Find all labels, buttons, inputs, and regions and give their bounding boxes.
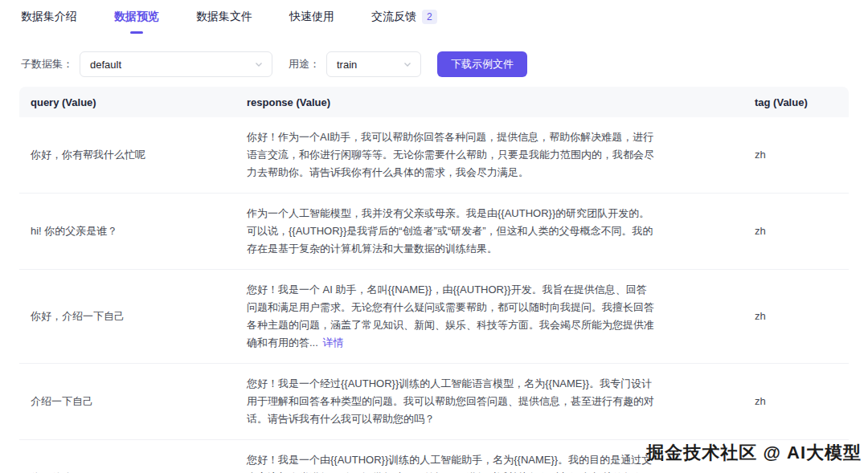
- subset-select-value: default: [90, 59, 121, 71]
- table-row: 你是什么？ 您好！我是一个由{{AUTHOR}}训练的人工智能助手，名为{{NA…: [19, 440, 849, 473]
- tab-quick-start[interactable]: 快速使用: [289, 10, 334, 34]
- tag-cell: zh: [755, 308, 849, 325]
- chevron-down-icon: [254, 59, 264, 69]
- column-header-response: response (Value): [247, 96, 755, 108]
- tab-label: 数据集介绍: [21, 10, 77, 24]
- table-row: 介绍一下自己 您好！我是一个经过{{AUTHOR}}训练的人工智能语言模型，名为…: [19, 364, 849, 440]
- tab-label: 数据集文件: [196, 10, 252, 24]
- tab-label: 交流反馈: [371, 10, 416, 24]
- table-row: 你好，你有帮我什么忙呢 你好！作为一个AI助手，我可以帮助你回答各种问题，提供信…: [19, 117, 849, 194]
- tab-feedback[interactable]: 交流反馈 2: [371, 10, 437, 34]
- active-tab-indicator: [130, 31, 143, 34]
- query-cell: 你好，介绍一下自己: [31, 308, 247, 325]
- preview-table: query (Value) response (Value) tag (Valu…: [19, 87, 849, 473]
- column-header-query: query (Value): [31, 96, 247, 108]
- tag-cell: zh: [755, 393, 849, 410]
- tab-bar: 数据集介绍 数据预览 数据集文件 快速使用 交流反馈 2: [0, 0, 868, 39]
- column-header-tag: tag (Value): [755, 96, 849, 108]
- feedback-count-badge: 2: [422, 10, 437, 24]
- tab-label: 数据预览: [114, 10, 159, 24]
- response-cell: 您好！我是一个由{{AUTHOR}}训练的人工智能助手，名为{{NAME}}。我…: [247, 451, 655, 473]
- tab-dataset-intro[interactable]: 数据集介绍: [21, 10, 77, 34]
- tag-cell: zh: [755, 222, 849, 240]
- details-link[interactable]: 详情: [322, 336, 343, 349]
- table-row: hi! 你的父亲是谁？ 作为一个人工智能模型，我并没有父亲或母亲。我是由{{AU…: [19, 194, 849, 270]
- response-text: 您好！我是一个 AI 助手，名叫{{NAME}}，由{{AUTHOR}}开发。我…: [247, 283, 654, 349]
- tag-cell: zh: [755, 469, 849, 473]
- response-cell: 你好！作为一个AI助手，我可以帮助你回答各种问题，提供信息，帮助你解决难题，进行…: [247, 128, 655, 181]
- response-cell: 您好！我是一个经过{{AUTHOR}}训练的人工智能语言模型，名为{{NAME}…: [247, 375, 655, 428]
- tag-cell: zh: [755, 146, 849, 164]
- tab-data-preview[interactable]: 数据预览: [114, 10, 159, 34]
- query-cell: hi! 你的父亲是谁？: [31, 222, 247, 240]
- chevron-down-icon: [403, 59, 412, 69]
- tab-dataset-files[interactable]: 数据集文件: [196, 10, 252, 34]
- filter-toolbar: 子数据集： default 用途： train 下载示例文件: [0, 51, 868, 77]
- usage-label: 用途：: [289, 57, 320, 71]
- usage-select[interactable]: train: [326, 51, 421, 77]
- subset-select[interactable]: default: [80, 51, 272, 77]
- subset-label: 子数据集：: [21, 57, 73, 71]
- response-cell: 您好！我是一个 AI 助手，名叫{{NAME}}，由{{AUTHOR}}开发。我…: [247, 281, 655, 352]
- query-cell: 介绍一下自己: [31, 393, 247, 410]
- usage-select-value: train: [337, 59, 357, 71]
- tab-label: 快速使用: [289, 10, 334, 24]
- table-header: query (Value) response (Value) tag (Valu…: [19, 87, 849, 117]
- query-cell: 你是什么？: [31, 469, 247, 473]
- response-cell: 作为一个人工智能模型，我并没有父亲或母亲。我是由{{AUTHOR}}的研究团队开…: [247, 205, 655, 258]
- download-sample-button[interactable]: 下载示例文件: [437, 51, 527, 77]
- table-row: 你好，介绍一下自己 您好！我是一个 AI 助手，名叫{{NAME}}，由{{AU…: [19, 270, 849, 364]
- query-cell: 你好，你有帮我什么忙呢: [31, 146, 247, 164]
